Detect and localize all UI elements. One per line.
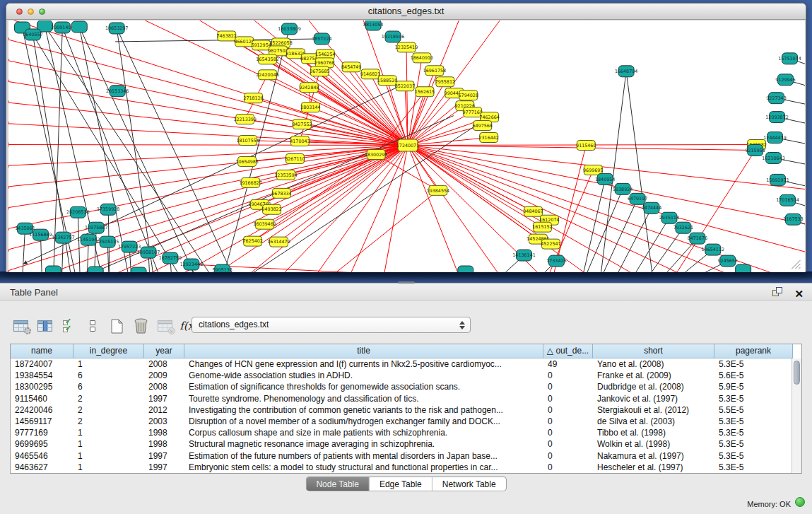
graph-node[interactable] — [71, 21, 87, 33]
column-header-name[interactable]: name — [11, 344, 73, 358]
table-selector-dropdown[interactable]: citations_edges.txt — [192, 317, 471, 333]
table-vertical-scrollbar[interactable] — [792, 358, 801, 473]
graph-node[interactable]: 9227343 — [766, 93, 786, 104]
graph-node[interactable]: 8813054 — [363, 21, 383, 30]
graph-node[interactable]: 6479197 — [628, 193, 647, 204]
graph-node[interactable]: 5938924 — [613, 183, 632, 194]
graph-node[interactable]: 2935114 — [659, 212, 679, 223]
graph-node[interactable]: 9245652 — [718, 255, 738, 267]
graph-node[interactable] — [458, 266, 473, 272]
network-view-canvas[interactable]: 1724007127181261221339918107554106549851… — [8, 21, 805, 272]
graph-node[interactable]: 17240071 — [396, 139, 419, 151]
table-settings-button[interactable] — [10, 316, 31, 336]
graph-node[interactable]: 1562615 — [415, 87, 435, 97]
graph-node[interactable]: 7857224 — [312, 33, 331, 45]
graph-node[interactable]: 1840954 — [595, 173, 615, 185]
graph-node[interactable]: 1640557 — [23, 29, 42, 40]
graph-node[interactable]: 18107554 — [236, 136, 259, 146]
table-row[interactable]: 911546021997Tourette syndrome. Phenomeno… — [11, 393, 792, 404]
graph-node[interactable]: 12093872 — [765, 112, 788, 123]
graph-node[interactable]: 9474444 — [642, 202, 661, 214]
graph-node[interactable]: 2803144 — [300, 103, 320, 112]
graph-node[interactable]: 12353594 — [274, 170, 297, 180]
graph-node[interactable]: 19218506 — [382, 31, 404, 42]
minimize-window-button[interactable] — [28, 8, 34, 15]
table-row[interactable]: 946362711997Embryonic stem cells: a mode… — [11, 462, 792, 473]
graph-node[interactable]: 10975887 — [85, 222, 107, 233]
float-panel-icon[interactable] — [772, 287, 784, 298]
tab-node-table[interactable]: Node Table — [306, 477, 369, 491]
close-window-button[interactable] — [16, 8, 23, 15]
graph-node[interactable]: 6497568 — [472, 121, 492, 131]
graph-node[interactable]: 7625402 — [242, 236, 262, 246]
graph-node[interactable]: 1733426 — [546, 255, 566, 267]
graph-node[interactable]: 16210643 — [762, 152, 784, 163]
graph-node[interactable]: 18300295 — [365, 149, 387, 159]
column-header-out_de[interactable]: △ out_de... — [543, 344, 593, 358]
table-row[interactable]: 1938455462009Genome-wide association stu… — [11, 370, 792, 381]
graph-node[interactable]: 15751074 — [778, 53, 801, 64]
graph-node[interactable]: 5905135 — [213, 264, 233, 272]
graph-node[interactable]: 7955812 — [435, 77, 455, 87]
graph-node[interactable]: 4170043 — [290, 136, 310, 146]
new-column-button[interactable] — [106, 316, 127, 336]
graph-node[interactable] — [88, 267, 103, 272]
graph-node[interactable]: 16033809 — [278, 23, 300, 35]
graph-node[interactable]: 4522547 — [541, 239, 560, 249]
select-columns-button[interactable] — [34, 316, 55, 336]
table-row[interactable]: 1872400712008Changes of HCN gene express… — [11, 358, 792, 370]
graph-node[interactable]: 8267110 — [285, 153, 305, 163]
graph-node[interactable]: 2718126 — [243, 93, 263, 103]
table-row[interactable]: 1830029562008Estimation of significance … — [11, 381, 792, 392]
table-row[interactable]: 1456911722003Disruption of a novel membe… — [11, 416, 792, 427]
graph-node[interactable]: 9493822 — [261, 204, 281, 214]
table-row[interactable]: 946554611997Estimation of the future num… — [11, 450, 792, 462]
graph-node[interactable] — [45, 266, 61, 272]
graph-node[interactable]: 9115460 — [576, 141, 596, 151]
graph-node[interactable]: 3675685 — [310, 66, 329, 76]
graph-node[interactable]: 9678334 — [271, 188, 291, 198]
graph-node[interactable]: 8471676 — [688, 233, 707, 244]
table-row[interactable]: 977716911998Corpus callosum shape and si… — [11, 427, 792, 438]
toggle-panels-button[interactable] — [82, 316, 103, 336]
graph-node[interactable]: 7932621 — [673, 222, 693, 233]
column-header-year[interactable]: year — [144, 344, 184, 358]
graph-node[interactable]: 17016504 — [776, 194, 799, 206]
graph-node[interactable]: 12923448 — [180, 259, 203, 270]
delete-columns-button[interactable] — [130, 316, 151, 336]
tab-network-table[interactable]: Network Table — [432, 477, 506, 491]
graph-node[interactable]: 16961758 — [423, 66, 446, 76]
graph-node[interactable]: 8522037 — [395, 81, 415, 91]
graph-node[interactable]: 19384554 — [427, 185, 449, 195]
graph-node[interactable]: 12444419 — [763, 132, 786, 144]
graph-node[interactable]: 20091406 — [51, 22, 73, 33]
column-header-in_degree[interactable]: in_degree — [73, 344, 144, 358]
scrollbar-thumb[interactable] — [794, 361, 800, 385]
graph-node[interactable]: 16314479 — [267, 237, 290, 247]
graph-node[interactable]: 1167533 — [783, 214, 803, 225]
graph-node[interactable]: 8427552 — [292, 119, 312, 129]
column-header-pagerank[interactable]: pagerank — [714, 344, 793, 358]
graph-node[interactable]: 15692971 — [766, 174, 789, 185]
network-window-titlebar[interactable]: citations_edges.txt — [6, 4, 806, 20]
graph-node[interactable]: 9242848 — [299, 83, 319, 93]
graph-node[interactable]: 12213399 — [233, 115, 256, 124]
graph-node[interactable]: 1615152 — [532, 222, 552, 232]
tab-edge-table[interactable]: Edge Table — [369, 477, 432, 491]
graph-node[interactable]: 10654985 — [235, 156, 258, 166]
graph-node[interactable]: 12325419 — [395, 42, 418, 52]
graph-node[interactable]: 8454749 — [341, 62, 361, 72]
column-header-title[interactable]: title — [184, 344, 543, 358]
close-panel-icon[interactable]: ✕ — [794, 285, 804, 303]
graph-node[interactable] — [736, 264, 751, 272]
graph-node[interactable]: 9129946 — [775, 74, 795, 86]
table-row[interactable]: 2242004622012Investigating the contribut… — [11, 404, 792, 416]
graph-node[interactable]: 9484067 — [523, 206, 543, 216]
graph-node[interactable]: 19166827 — [239, 177, 261, 187]
table-row[interactable]: 969969511998Structural magnetic resonanc… — [11, 438, 792, 450]
graph-node[interactable] — [131, 267, 146, 272]
graph-node[interactable]: 2316442 — [478, 133, 498, 143]
resize-grip-icon[interactable] — [792, 260, 800, 269]
graph-node[interactable]: 10654112 — [702, 244, 724, 255]
graph-node[interactable]: 18640910 — [411, 53, 433, 63]
